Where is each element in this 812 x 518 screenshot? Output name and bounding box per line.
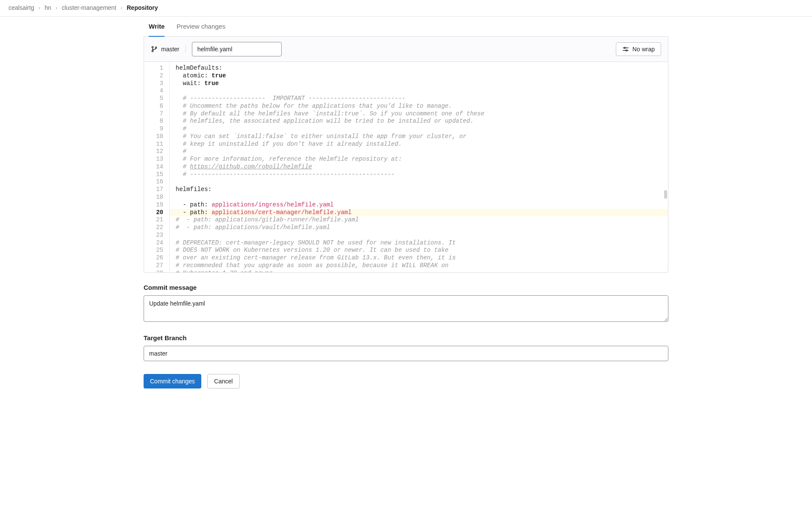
code-editor[interactable]: 1234567891011121314151617181920212223242…	[144, 62, 668, 272]
commit-changes-button[interactable]: Commit changes	[144, 374, 201, 388]
code-line[interactable]	[176, 194, 668, 201]
form-actions: Commit changes Cancel	[144, 374, 668, 388]
branch-chip: master	[151, 46, 186, 53]
code-content[interactable]: helmDefaults: atomic: true wait: true # …	[170, 62, 668, 272]
chevron-right-icon: ›	[56, 4, 58, 11]
code-line[interactable]: #	[176, 148, 668, 156]
code-line[interactable]	[176, 87, 668, 95]
code-line[interactable]: # You can set `install:false` to either …	[176, 133, 668, 141]
code-line[interactable]	[176, 178, 668, 186]
breadcrumb-link[interactable]: cluster-management	[62, 4, 116, 11]
svg-point-4	[626, 50, 627, 51]
target-branch-section: Target Branch	[144, 334, 668, 361]
code-line[interactable]: # https://github.com/roboll/helmfile	[176, 163, 668, 171]
nowrap-button[interactable]: No wrap	[616, 42, 661, 56]
commit-message-label: Commit message	[144, 284, 668, 291]
svg-point-1	[152, 50, 153, 52]
code-line[interactable]	[176, 232, 668, 239]
chevron-right-icon: ›	[38, 4, 41, 11]
target-branch-label: Target Branch	[144, 334, 668, 341]
breadcrumb-current: Repository	[127, 4, 158, 11]
code-line[interactable]: - path: applications/cert-manager/helmfi…	[170, 209, 668, 217]
code-line[interactable]: wait: true	[176, 80, 668, 88]
code-line[interactable]: # recommneded that you upgrade as soon a…	[176, 262, 668, 270]
code-line[interactable]: #	[176, 125, 668, 133]
settings-sliders-icon	[622, 46, 629, 53]
code-line[interactable]: - path: applications/ingress/helmfile.ya…	[176, 201, 668, 209]
code-line[interactable]: # keep it uninstalled if you don't have …	[176, 141, 668, 148]
tab-write[interactable]: Write	[149, 23, 165, 37]
code-line[interactable]: # DEPRECATED: cert-manager-legacy SHOULD…	[176, 239, 668, 247]
editor-header: master No wrap	[144, 37, 668, 62]
code-line[interactable]: # Uncomment the paths below for the appl…	[176, 103, 668, 110]
code-line[interactable]: # --------------------------------------…	[176, 171, 668, 179]
code-line[interactable]: helmDefaults:	[176, 65, 668, 72]
code-line[interactable]: # By default all the helmfiles have `ins…	[176, 110, 668, 118]
code-line[interactable]: # helmfiles, the associated application …	[176, 118, 668, 125]
line-gutter: 1234567891011121314151617181920212223242…	[144, 62, 170, 272]
code-line[interactable]: helmfiles:	[176, 186, 668, 194]
code-line[interactable]: atomic: true	[176, 72, 668, 80]
code-line[interactable]: # DOES NOT WORK on Kubernetes versions 1…	[176, 247, 668, 254]
editor-panel: master No wrap 1234567891011121314151617…	[144, 37, 668, 273]
code-line[interactable]: # --------------------- IMPORTANT ------…	[176, 95, 668, 103]
breadcrumb-link[interactable]: cealsairtg	[9, 4, 34, 11]
commit-message-section: Commit message	[144, 284, 668, 323]
branch-icon	[151, 46, 158, 53]
cancel-button[interactable]: Cancel	[207, 374, 240, 388]
svg-point-0	[152, 47, 153, 48]
code-line[interactable]: # For more information, reference the He…	[176, 156, 668, 163]
svg-point-2	[155, 47, 156, 48]
code-line[interactable]: # - path: applications/gitlab-runner/hel…	[176, 216, 668, 224]
target-branch-input[interactable]	[144, 346, 668, 361]
scrollbar-thumb[interactable]	[664, 190, 667, 199]
tab-preview-changes[interactable]: Preview changes	[177, 23, 225, 36]
code-line[interactable]: # - path: applications/vault/helmfile.ya…	[176, 224, 668, 232]
file-name-input[interactable]	[192, 42, 282, 56]
breadcrumb-link[interactable]: hn	[44, 4, 51, 11]
code-line[interactable]: # Kubernetes 1.20 and newer.	[176, 270, 668, 272]
branch-name: master	[161, 46, 179, 53]
code-line[interactable]: # over an existing cert-manager release …	[176, 254, 668, 262]
commit-message-input[interactable]	[144, 295, 668, 322]
breadcrumb: cealsairtg › hn › cluster-management › R…	[0, 0, 812, 17]
svg-point-3	[624, 47, 625, 49]
nowrap-label: No wrap	[633, 46, 655, 53]
chevron-right-icon: ›	[121, 4, 123, 11]
editor-tabs: Write Preview changes	[144, 17, 668, 37]
